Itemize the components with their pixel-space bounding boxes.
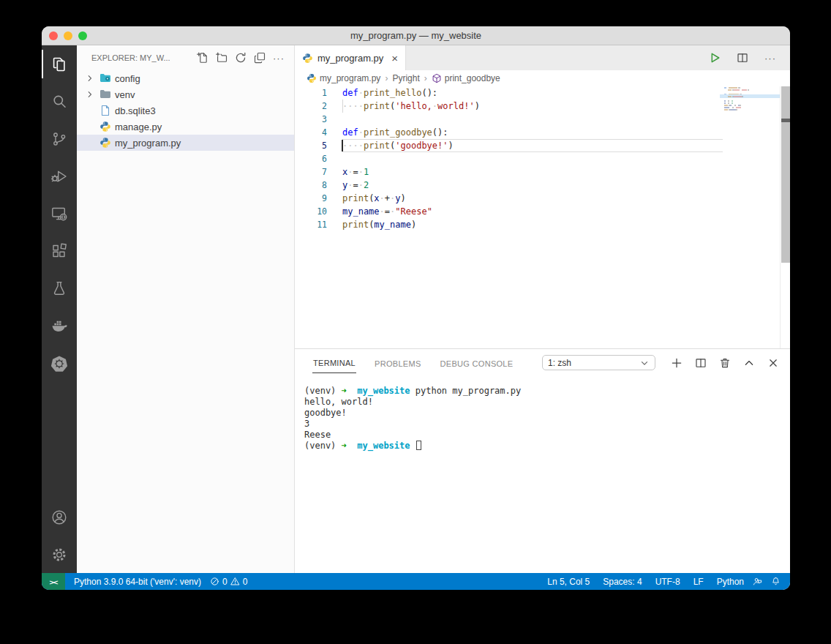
new-folder-button[interactable]	[214, 50, 230, 66]
scrollbar-thumb[interactable]	[781, 86, 790, 263]
minimap-token	[734, 89, 739, 91]
minimap-token	[728, 96, 732, 97]
line-number[interactable]: 3	[295, 113, 327, 126]
status-problems[interactable]: 00	[210, 577, 247, 587]
status-cursor-position[interactable]: Ln 5, Col 5	[547, 577, 590, 587]
activity-item-kubernetes[interactable]	[42, 344, 77, 381]
tree-item-manage.py[interactable]: manage.py	[77, 119, 294, 135]
tab-my-program[interactable]: my_program.py ×	[295, 45, 406, 70]
tab-close-button[interactable]: ×	[391, 53, 398, 64]
tree-item-config[interactable]: config	[77, 70, 294, 86]
code-line-5[interactable]: 5····print('goodbye!')	[295, 139, 723, 152]
code-line-3[interactable]: 3	[295, 113, 723, 126]
line-number[interactable]: 10	[295, 205, 327, 218]
new-file-button[interactable]	[195, 50, 211, 66]
activity-item-run-and-debug[interactable]	[42, 157, 77, 195]
code-line-11[interactable]: 11print(my_name)	[295, 218, 723, 231]
activity-item-docker[interactable]	[42, 307, 77, 344]
activity-item-extensions[interactable]	[42, 232, 77, 269]
status-notifications[interactable]	[771, 577, 781, 586]
terminal-text	[410, 441, 416, 451]
code-line-2[interactable]: 2····print('hello,·world!')	[295, 100, 723, 113]
new-terminal-button[interactable]	[670, 356, 683, 370]
activity-item-testing[interactable]	[42, 269, 77, 307]
code-line-8[interactable]: 8y·=·2	[295, 179, 723, 192]
line-number[interactable]: 7	[295, 165, 327, 179]
code-text: def·print_goodbye():	[342, 126, 723, 139]
python-icon	[307, 73, 317, 83]
refresh-button[interactable]	[233, 50, 249, 66]
tree-item-my_program.py[interactable]: my_program.py	[77, 135, 294, 151]
minimap-token	[742, 96, 743, 97]
kill-terminal-button[interactable]	[718, 356, 732, 370]
line-number[interactable]: 8	[295, 179, 327, 192]
minimap-token	[728, 89, 732, 91]
code-line-9[interactable]: 9print(x·+·y)	[295, 192, 723, 205]
breadcrumb-separator: ›	[423, 73, 429, 83]
more-actions-button[interactable]: ···	[762, 50, 778, 66]
editor-actions: ···	[707, 45, 790, 70]
code-lines: 1def·print_hello():2····print('hello,·wo…	[295, 86, 723, 348]
status-encoding[interactable]: UTF-8	[655, 577, 680, 587]
remote-indicator[interactable]: ><	[42, 573, 65, 590]
status-eol[interactable]: LF	[693, 577, 704, 587]
activity-item-explorer[interactable]	[42, 45, 77, 83]
minimize-window-button[interactable]	[64, 31, 72, 40]
line-number[interactable]: 1	[295, 86, 327, 100]
maximize-panel-button[interactable]	[742, 356, 756, 370]
activity-item-source-control[interactable]	[42, 120, 77, 157]
editor-scrollbar[interactable]	[780, 86, 790, 348]
status-language-mode[interactable]: Python	[717, 577, 744, 587]
breadcrumb-item-my_program.py[interactable]: my_program.py	[307, 73, 380, 83]
panel-tab-problems[interactable]: PROBLEMS	[374, 353, 422, 373]
minimap[interactable]	[723, 86, 780, 348]
code-line-1[interactable]: 1def·print_hello():	[295, 86, 723, 100]
tree-item-db.sqlite3[interactable]: db.sqlite3	[77, 102, 294, 119]
titlebar[interactable]: my_program.py — my_website	[42, 26, 790, 45]
close-window-button[interactable]	[49, 31, 58, 40]
remote-explorer-icon	[50, 205, 68, 222]
panel-tab-debug-console[interactable]: DEBUG CONSOLE	[440, 353, 514, 373]
run-python-file-button[interactable]	[707, 50, 723, 66]
activity-item-accounts[interactable]	[42, 498, 77, 536]
code-line-4[interactable]: 4def·print_goodbye():	[295, 126, 723, 139]
split-editor-button[interactable]	[734, 50, 751, 66]
panel-tab-terminal[interactable]: TERMINAL	[312, 352, 356, 373]
line-number[interactable]: 4	[295, 126, 327, 139]
breadcrumb-item-Pyright[interactable]: Pyright	[392, 73, 419, 83]
code-line-7[interactable]: 7x·=·1	[295, 165, 723, 179]
zoom-window-button[interactable]	[78, 31, 87, 40]
terminal-text: (venv)	[304, 386, 342, 396]
line-number[interactable]: 6	[295, 152, 327, 165]
status-python-interpreter[interactable]: Python 3.9.0 64-bit ('venv': venv)	[74, 577, 201, 587]
breadcrumb-label: Pyright	[392, 73, 419, 83]
terminal-cursor	[416, 441, 421, 450]
minimap-line	[723, 96, 780, 97]
line-number[interactable]: 2	[295, 100, 327, 113]
terminal-text: (venv)	[304, 441, 342, 451]
code-editor[interactable]: 1def·print_hello():2····print('hello,·wo…	[295, 86, 790, 348]
line-number[interactable]: 9	[295, 192, 327, 205]
status-feedback[interactable]	[753, 577, 762, 586]
split-terminal-button[interactable]	[694, 356, 707, 370]
activity-item-search[interactable]	[42, 83, 77, 120]
code-line-10[interactable]: 10my_name·=·"Reese"	[295, 205, 723, 218]
terminal-text: Reese	[304, 430, 331, 440]
minimap-line	[723, 87, 780, 89]
terminal-output[interactable]: (venv) ➜ my_website python my_program.py…	[295, 376, 790, 573]
line-number[interactable]: 11	[295, 218, 327, 231]
collapse-folders-button[interactable]	[252, 50, 268, 66]
status-indentation[interactable]: Spaces: 4	[603, 577, 642, 587]
line-number[interactable]: 5	[295, 139, 327, 152]
tree-item-venv[interactable]: venv	[77, 86, 294, 102]
code-line-6[interactable]: 6	[295, 152, 723, 165]
activity-item-settings[interactable]	[42, 536, 77, 573]
more-actions-button[interactable]: ···	[271, 50, 287, 66]
python-icon	[99, 137, 111, 149]
terminal-text: ➜	[342, 386, 347, 396]
breadcrumb-item-print_goodbye[interactable]: print_goodbye	[432, 73, 500, 83]
activity-item-remote-explorer[interactable]	[42, 195, 77, 232]
code-token: "Reese"	[395, 206, 432, 217]
close-panel-button[interactable]	[767, 356, 780, 370]
terminal-shell-select[interactable]: 1: zsh	[542, 355, 655, 370]
